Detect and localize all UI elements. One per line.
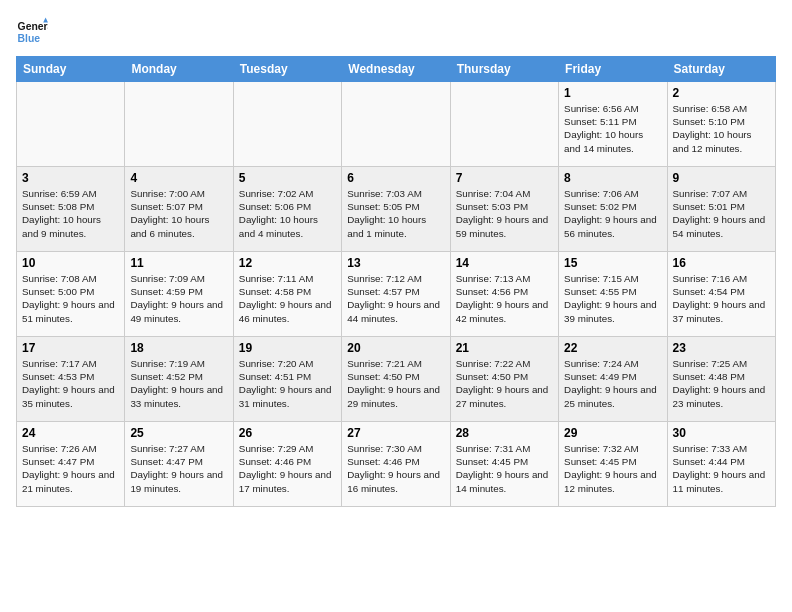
calendar-cell: 10Sunrise: 7:08 AM Sunset: 5:00 PM Dayli… (17, 252, 125, 337)
weekday-header: Wednesday (342, 57, 450, 82)
day-info: Sunrise: 7:25 AM Sunset: 4:48 PM Dayligh… (673, 357, 770, 410)
day-number: 22 (564, 341, 661, 355)
weekday-header: Sunday (17, 57, 125, 82)
day-number: 18 (130, 341, 227, 355)
calendar-cell: 23Sunrise: 7:25 AM Sunset: 4:48 PM Dayli… (667, 337, 775, 422)
calendar-cell: 5Sunrise: 7:02 AM Sunset: 5:06 PM Daylig… (233, 167, 341, 252)
day-number: 10 (22, 256, 119, 270)
day-info: Sunrise: 7:31 AM Sunset: 4:45 PM Dayligh… (456, 442, 553, 495)
calendar-cell: 24Sunrise: 7:26 AM Sunset: 4:47 PM Dayli… (17, 422, 125, 507)
day-info: Sunrise: 7:24 AM Sunset: 4:49 PM Dayligh… (564, 357, 661, 410)
svg-marker-2 (43, 18, 48, 23)
day-info: Sunrise: 7:08 AM Sunset: 5:00 PM Dayligh… (22, 272, 119, 325)
logo-icon: General Blue (16, 16, 48, 48)
calendar-cell: 1Sunrise: 6:56 AM Sunset: 5:11 PM Daylig… (559, 82, 667, 167)
calendar-cell: 20Sunrise: 7:21 AM Sunset: 4:50 PM Dayli… (342, 337, 450, 422)
calendar-cell: 18Sunrise: 7:19 AM Sunset: 4:52 PM Dayli… (125, 337, 233, 422)
weekday-header: Tuesday (233, 57, 341, 82)
day-info: Sunrise: 7:07 AM Sunset: 5:01 PM Dayligh… (673, 187, 770, 240)
weekday-header: Thursday (450, 57, 558, 82)
day-info: Sunrise: 6:59 AM Sunset: 5:08 PM Dayligh… (22, 187, 119, 240)
day-info: Sunrise: 7:06 AM Sunset: 5:02 PM Dayligh… (564, 187, 661, 240)
calendar-cell: 7Sunrise: 7:04 AM Sunset: 5:03 PM Daylig… (450, 167, 558, 252)
weekday-header-row: SundayMondayTuesdayWednesdayThursdayFrid… (17, 57, 776, 82)
day-info: Sunrise: 7:02 AM Sunset: 5:06 PM Dayligh… (239, 187, 336, 240)
day-number: 1 (564, 86, 661, 100)
calendar-cell: 26Sunrise: 7:29 AM Sunset: 4:46 PM Dayli… (233, 422, 341, 507)
calendar-cell: 19Sunrise: 7:20 AM Sunset: 4:51 PM Dayli… (233, 337, 341, 422)
calendar-cell: 14Sunrise: 7:13 AM Sunset: 4:56 PM Dayli… (450, 252, 558, 337)
logo: General Blue (16, 16, 48, 48)
day-number: 4 (130, 171, 227, 185)
day-info: Sunrise: 7:21 AM Sunset: 4:50 PM Dayligh… (347, 357, 444, 410)
day-number: 6 (347, 171, 444, 185)
calendar-cell: 9Sunrise: 7:07 AM Sunset: 5:01 PM Daylig… (667, 167, 775, 252)
calendar-cell: 15Sunrise: 7:15 AM Sunset: 4:55 PM Dayli… (559, 252, 667, 337)
calendar-week-row: 17Sunrise: 7:17 AM Sunset: 4:53 PM Dayli… (17, 337, 776, 422)
svg-text:Blue: Blue (18, 33, 41, 44)
day-info: Sunrise: 7:32 AM Sunset: 4:45 PM Dayligh… (564, 442, 661, 495)
calendar-cell: 4Sunrise: 7:00 AM Sunset: 5:07 PM Daylig… (125, 167, 233, 252)
calendar-cell: 22Sunrise: 7:24 AM Sunset: 4:49 PM Dayli… (559, 337, 667, 422)
day-info: Sunrise: 7:03 AM Sunset: 5:05 PM Dayligh… (347, 187, 444, 240)
day-info: Sunrise: 7:13 AM Sunset: 4:56 PM Dayligh… (456, 272, 553, 325)
day-info: Sunrise: 7:27 AM Sunset: 4:47 PM Dayligh… (130, 442, 227, 495)
day-number: 15 (564, 256, 661, 270)
calendar-cell: 13Sunrise: 7:12 AM Sunset: 4:57 PM Dayli… (342, 252, 450, 337)
calendar-cell: 16Sunrise: 7:16 AM Sunset: 4:54 PM Dayli… (667, 252, 775, 337)
day-info: Sunrise: 7:30 AM Sunset: 4:46 PM Dayligh… (347, 442, 444, 495)
day-info: Sunrise: 7:11 AM Sunset: 4:58 PM Dayligh… (239, 272, 336, 325)
calendar-cell: 21Sunrise: 7:22 AM Sunset: 4:50 PM Dayli… (450, 337, 558, 422)
calendar-cell: 12Sunrise: 7:11 AM Sunset: 4:58 PM Dayli… (233, 252, 341, 337)
day-number: 2 (673, 86, 770, 100)
day-number: 29 (564, 426, 661, 440)
day-number: 16 (673, 256, 770, 270)
day-info: Sunrise: 7:12 AM Sunset: 4:57 PM Dayligh… (347, 272, 444, 325)
calendar-cell: 25Sunrise: 7:27 AM Sunset: 4:47 PM Dayli… (125, 422, 233, 507)
day-info: Sunrise: 7:16 AM Sunset: 4:54 PM Dayligh… (673, 272, 770, 325)
day-number: 25 (130, 426, 227, 440)
day-info: Sunrise: 7:15 AM Sunset: 4:55 PM Dayligh… (564, 272, 661, 325)
day-number: 27 (347, 426, 444, 440)
day-info: Sunrise: 7:09 AM Sunset: 4:59 PM Dayligh… (130, 272, 227, 325)
day-number: 3 (22, 171, 119, 185)
calendar-week-row: 10Sunrise: 7:08 AM Sunset: 5:00 PM Dayli… (17, 252, 776, 337)
day-info: Sunrise: 7:19 AM Sunset: 4:52 PM Dayligh… (130, 357, 227, 410)
day-number: 7 (456, 171, 553, 185)
calendar-cell: 6Sunrise: 7:03 AM Sunset: 5:05 PM Daylig… (342, 167, 450, 252)
day-info: Sunrise: 7:04 AM Sunset: 5:03 PM Dayligh… (456, 187, 553, 240)
day-number: 8 (564, 171, 661, 185)
day-number: 20 (347, 341, 444, 355)
page-header: General Blue (16, 16, 776, 48)
weekday-header: Friday (559, 57, 667, 82)
day-info: Sunrise: 7:17 AM Sunset: 4:53 PM Dayligh… (22, 357, 119, 410)
day-info: Sunrise: 7:22 AM Sunset: 4:50 PM Dayligh… (456, 357, 553, 410)
day-info: Sunrise: 7:20 AM Sunset: 4:51 PM Dayligh… (239, 357, 336, 410)
day-number: 13 (347, 256, 444, 270)
day-number: 30 (673, 426, 770, 440)
day-number: 28 (456, 426, 553, 440)
calendar-cell: 30Sunrise: 7:33 AM Sunset: 4:44 PM Dayli… (667, 422, 775, 507)
calendar-cell: 2Sunrise: 6:58 AM Sunset: 5:10 PM Daylig… (667, 82, 775, 167)
calendar-week-row: 1Sunrise: 6:56 AM Sunset: 5:11 PM Daylig… (17, 82, 776, 167)
day-number: 9 (673, 171, 770, 185)
calendar-cell (125, 82, 233, 167)
calendar-week-row: 24Sunrise: 7:26 AM Sunset: 4:47 PM Dayli… (17, 422, 776, 507)
calendar-cell (342, 82, 450, 167)
calendar-cell: 3Sunrise: 6:59 AM Sunset: 5:08 PM Daylig… (17, 167, 125, 252)
calendar-cell: 8Sunrise: 7:06 AM Sunset: 5:02 PM Daylig… (559, 167, 667, 252)
calendar-table: SundayMondayTuesdayWednesdayThursdayFrid… (16, 56, 776, 507)
calendar-cell: 29Sunrise: 7:32 AM Sunset: 4:45 PM Dayli… (559, 422, 667, 507)
calendar-cell: 27Sunrise: 7:30 AM Sunset: 4:46 PM Dayli… (342, 422, 450, 507)
day-info: Sunrise: 6:58 AM Sunset: 5:10 PM Dayligh… (673, 102, 770, 155)
day-number: 21 (456, 341, 553, 355)
day-info: Sunrise: 7:33 AM Sunset: 4:44 PM Dayligh… (673, 442, 770, 495)
svg-text:General: General (18, 21, 48, 32)
day-number: 11 (130, 256, 227, 270)
calendar-week-row: 3Sunrise: 6:59 AM Sunset: 5:08 PM Daylig… (17, 167, 776, 252)
day-number: 19 (239, 341, 336, 355)
weekday-header: Saturday (667, 57, 775, 82)
calendar-cell (450, 82, 558, 167)
calendar-cell: 17Sunrise: 7:17 AM Sunset: 4:53 PM Dayli… (17, 337, 125, 422)
day-number: 24 (22, 426, 119, 440)
